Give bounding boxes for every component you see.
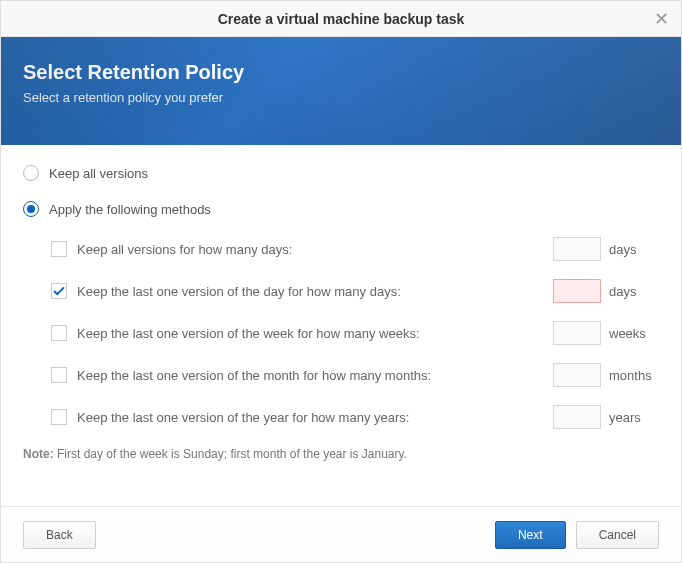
retention-value-input[interactable] (553, 363, 601, 387)
radio-keep-all-row: Keep all versions (23, 165, 659, 181)
radio-keep-all-label[interactable]: Keep all versions (49, 166, 148, 181)
retention-checkbox[interactable] (51, 283, 67, 299)
retention-option-label: Keep the last one version of the day for… (77, 284, 545, 299)
retention-unit-label: months (609, 368, 659, 383)
retention-option-row: Keep the last one version of the month f… (51, 363, 659, 387)
banner-subheading: Select a retention policy you prefer (23, 90, 659, 105)
radio-apply-methods[interactable] (23, 201, 39, 217)
content-area: Keep all versions Apply the following me… (1, 145, 681, 461)
retention-value-input[interactable] (553, 279, 601, 303)
retention-option-row: Keep the last one version of the day for… (51, 279, 659, 303)
close-icon[interactable]: ✕ (654, 10, 669, 28)
retention-checkbox[interactable] (51, 409, 67, 425)
radio-apply-methods-row: Apply the following methods (23, 201, 659, 217)
retention-checkbox[interactable] (51, 241, 67, 257)
retention-unit-label: years (609, 410, 659, 425)
check-icon (53, 285, 65, 297)
note-text: First day of the week is Sunday; first m… (57, 447, 407, 461)
retention-option-label: Keep the last one version of the week fo… (77, 326, 545, 341)
back-button[interactable]: Back (23, 521, 96, 549)
note-prefix: Note: (23, 447, 54, 461)
retention-option-label: Keep the last one version of the month f… (77, 368, 545, 383)
retention-unit-label: days (609, 242, 659, 257)
radio-apply-methods-label[interactable]: Apply the following methods (49, 202, 211, 217)
retention-option-row: Keep all versions for how many days:days (51, 237, 659, 261)
cancel-button[interactable]: Cancel (576, 521, 659, 549)
retention-option-label: Keep all versions for how many days: (77, 242, 545, 257)
retention-value-input[interactable] (553, 405, 601, 429)
retention-value-input[interactable] (553, 321, 601, 345)
retention-option-row: Keep the last one version of the week fo… (51, 321, 659, 345)
methods-list: Keep all versions for how many days:days… (23, 237, 659, 429)
retention-checkbox[interactable] (51, 367, 67, 383)
retention-unit-label: days (609, 284, 659, 299)
next-button[interactable]: Next (495, 521, 566, 549)
banner-heading: Select Retention Policy (23, 61, 659, 84)
footer: Back Next Cancel (1, 506, 681, 562)
dialog-title: Create a virtual machine backup task (218, 11, 465, 27)
retention-checkbox[interactable] (51, 325, 67, 341)
title-bar: Create a virtual machine backup task ✕ (1, 1, 681, 37)
retention-option-row: Keep the last one version of the year fo… (51, 405, 659, 429)
retention-unit-label: weeks (609, 326, 659, 341)
retention-option-label: Keep the last one version of the year fo… (77, 410, 545, 425)
banner: Select Retention Policy Select a retenti… (1, 37, 681, 145)
retention-value-input[interactable] (553, 237, 601, 261)
radio-keep-all[interactable] (23, 165, 39, 181)
note: Note: First day of the week is Sunday; f… (23, 447, 659, 461)
